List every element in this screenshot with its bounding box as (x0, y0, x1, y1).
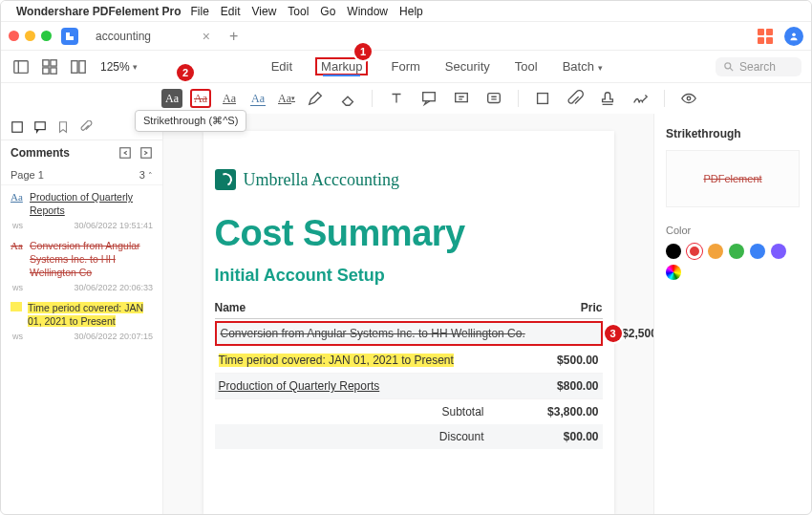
underline-tool-icon[interactable]: Aa (219, 89, 240, 108)
expand-all-icon[interactable] (139, 146, 153, 160)
app-name[interactable]: Wondershare PDFelement Pro (16, 5, 182, 18)
minimize-window-icon[interactable] (25, 31, 35, 41)
color-label: Color (666, 225, 800, 236)
page-label: Page 1 (11, 169, 44, 181)
brand-name: Umbrella Acccounting (244, 170, 399, 190)
squiggly-tool-icon[interactable]: Aa (247, 89, 268, 108)
document-canvas[interactable]: Umbrella Acccounting Cost Summary Initia… (163, 114, 653, 514)
close-window-icon[interactable] (9, 31, 19, 41)
chevron-down-icon: ▾ (133, 62, 138, 72)
subtotal-row: Subtotal $3,800.00 (215, 399, 603, 424)
svg-rect-7 (72, 60, 77, 73)
svg-rect-1 (14, 60, 28, 73)
comment-user: ws (12, 332, 23, 341)
zoom-window-icon[interactable] (41, 31, 52, 41)
search-placeholder: Search (739, 60, 776, 74)
menu-file[interactable]: File (191, 5, 209, 18)
table-row[interactable]: Production of Quarterly Reports $800.00 (215, 374, 603, 399)
table-row[interactable]: Time period covered: JAN 01, 2021 to Pre… (215, 348, 603, 374)
menu-view[interactable]: View (252, 5, 277, 18)
page-count: 3 (139, 169, 145, 181)
comment-item[interactable]: Time period covered: JAN 01, 2021 to Pre… (1, 296, 162, 345)
attachment-tool-icon[interactable] (566, 90, 584, 107)
search-input[interactable]: Search (716, 57, 801, 76)
callout-badge-2: 2 (177, 64, 194, 81)
comment-user: ws (12, 221, 23, 230)
comment-item[interactable]: AaConversion from Angular Systems Inc. t… (1, 234, 162, 296)
col-price: Pric (555, 301, 603, 314)
color-swatch[interactable] (708, 244, 723, 259)
view-toolbar: 125%▾ Edit Markup Form Security Tool Bat… (1, 51, 811, 83)
svg-rect-16 (538, 94, 548, 104)
comments-sidebar: Comments Page 1 3 ˄ AaProduction of Quar… (1, 114, 163, 514)
color-swatch[interactable] (687, 244, 702, 259)
zoom-dropdown[interactable]: 125%▾ (100, 60, 138, 74)
tab-form[interactable]: Form (389, 57, 421, 75)
sidebar-toggle-icon[interactable] (11, 56, 32, 77)
callout-tool-icon[interactable] (420, 90, 438, 107)
strikethrough-tool-icon[interactable]: Aa (190, 89, 211, 108)
tab-edit[interactable]: Edit (269, 57, 294, 75)
table-row[interactable]: Conversion from Angular Systems Inc. to … (215, 321, 603, 346)
subtotal-value: $3,800.00 (523, 405, 599, 418)
menu-edit[interactable]: Edit (221, 5, 241, 18)
textbox-tool-icon[interactable] (388, 90, 405, 107)
color-picker-icon[interactable] (666, 265, 681, 280)
comments-title: Comments (11, 146, 70, 160)
page-group-header[interactable]: Page 1 3 ˄ (1, 165, 162, 185)
price-table: Name Pric Conversion from Angular System… (215, 297, 603, 449)
comment-time: 30/06/2022 20:06:33 (74, 283, 153, 292)
svg-rect-5 (43, 67, 49, 73)
color-swatch[interactable] (729, 244, 744, 259)
note-tool-icon[interactable] (485, 90, 502, 107)
collapse-all-icon[interactable] (118, 146, 132, 160)
mac-menubar: Wondershare PDFelement Pro File Edit Vie… (1, 1, 811, 22)
tab-batch[interactable]: Batch ▾ (561, 57, 605, 75)
menu-window[interactable]: Window (347, 5, 388, 18)
menu-help[interactable]: Help (399, 5, 423, 18)
text-callout-tool-icon[interactable] (453, 90, 470, 107)
signature-tool-icon[interactable] (631, 90, 649, 107)
user-avatar-icon[interactable] (784, 27, 803, 46)
document-tab[interactable]: accounting × (86, 25, 220, 48)
insert-text-tool-icon[interactable]: Aa▾ (276, 89, 297, 108)
color-swatch[interactable] (666, 244, 681, 259)
hide-annotations-icon[interactable] (680, 90, 697, 107)
col-name: Name (215, 301, 555, 314)
page: Umbrella Acccounting Cost Summary Initia… (203, 131, 614, 514)
new-tab-button[interactable]: + (220, 28, 247, 45)
stamp-tool-icon[interactable] (599, 90, 616, 107)
comment-text: Conversion from Angular Systems Inc. to … (30, 240, 153, 279)
attachments-tab-icon[interactable] (79, 120, 93, 134)
svg-rect-19 (12, 121, 23, 132)
pencil-tool-icon[interactable] (307, 90, 324, 107)
highlight-tool-icon[interactable]: Aa (161, 89, 182, 108)
eraser-tool-icon[interactable] (339, 90, 356, 107)
menu-tool[interactable]: Tool (288, 5, 309, 18)
comments-header: Comments (1, 140, 162, 165)
menu-go[interactable]: Go (320, 5, 335, 18)
svg-rect-12 (456, 94, 468, 102)
tab-security[interactable]: Security (443, 57, 492, 75)
cell-name: Conversion from Angular Systems Inc. to … (221, 327, 525, 340)
two-page-view-icon[interactable] (68, 56, 89, 77)
thumbnails-tab-icon[interactable] (11, 120, 24, 134)
tab-close-icon[interactable]: × (203, 29, 210, 44)
tab-tool[interactable]: Tool (513, 57, 540, 75)
search-icon (723, 61, 735, 73)
comments-tab-icon[interactable] (33, 120, 47, 134)
thumbnail-view-icon[interactable] (39, 56, 60, 77)
markup-toolbar: Aa Aa Aa Aa Aa▾ Strikethrough (⌘^S) (1, 83, 811, 114)
shapes-tool-icon[interactable] (534, 90, 551, 107)
color-swatch[interactable] (771, 244, 786, 259)
comment-item[interactable]: AaProduction of Quarterly Reports ws30/0… (1, 185, 162, 234)
color-swatches (666, 244, 800, 280)
color-swatch[interactable] (750, 244, 765, 259)
tab-batch-label: Batch (563, 59, 594, 74)
window-controls[interactable] (9, 31, 52, 41)
zoom-value: 125% (100, 60, 130, 74)
bookmarks-tab-icon[interactable] (56, 120, 70, 134)
subtotal-label: Subtotal (441, 405, 483, 418)
apps-grid-icon[interactable] (758, 29, 773, 44)
cell-name: Time period covered: JAN 01, 2021 to Pre… (219, 354, 454, 367)
